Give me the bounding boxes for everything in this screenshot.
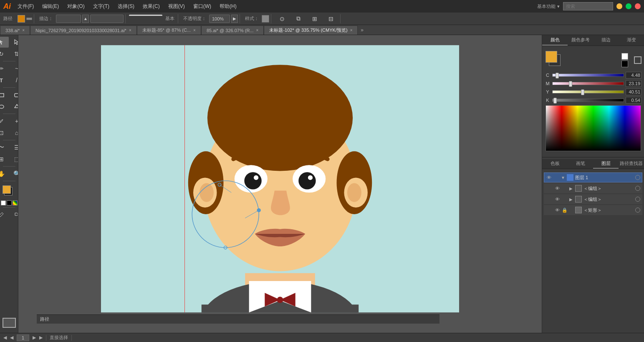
- gradient-tab[interactable]: 渐变: [619, 35, 644, 46]
- layer-4-select[interactable]: [635, 208, 640, 213]
- menu-text[interactable]: 文字(T): [90, 2, 113, 11]
- menu-effect[interactable]: 效果(C): [139, 2, 163, 11]
- pen-tool[interactable]: [0, 116, 9, 127]
- next-artboard[interactable]: ▶: [33, 335, 36, 340]
- tab-3[interactable]: 未标题-85* @ 87% (C... ×: [137, 25, 201, 35]
- pathfinder-tab[interactable]: 路径查找器: [619, 159, 644, 169]
- layer-2-expand-arrow[interactable]: ▶: [569, 186, 573, 191]
- layer-1-expand-arrow[interactable]: ▼: [561, 175, 565, 180]
- channel-m-slider[interactable]: [552, 82, 624, 85]
- pathfinder-icon[interactable]: ⊟: [323, 13, 338, 24]
- channel-c-slider[interactable]: [552, 73, 624, 77]
- opacity-arrow[interactable]: ▶: [231, 15, 238, 23]
- tab-5[interactable]: 未标题-102* @ 335.75% (CMYK/预览) ×: [264, 25, 358, 35]
- layer-4-lock[interactable]: 🔒: [562, 207, 568, 213]
- menu-window[interactable]: 窗口(W): [190, 2, 215, 11]
- tab-1[interactable]: 338.ai* ×: [0, 25, 30, 35]
- select-tool[interactable]: [0, 37, 9, 48]
- warp-tool[interactable]: 〜: [0, 142, 9, 153]
- layer-4-visibility[interactable]: 👁: [554, 207, 560, 213]
- stroke-style[interactable]: [90, 15, 124, 23]
- link-icon[interactable]: ⊙: [275, 13, 290, 24]
- color-guide-tab[interactable]: 颜色参考: [568, 35, 593, 46]
- layer-2-select[interactable]: [635, 186, 640, 191]
- shear-tool[interactable]: ⌂: [9, 127, 18, 138]
- opacity-value[interactable]: 100%: [209, 15, 230, 23]
- black-swatch[interactable]: [7, 200, 12, 205]
- black-color-btn[interactable]: [621, 61, 628, 67]
- color-panel-fg-swatch[interactable]: [546, 51, 557, 63]
- swatches-tab[interactable]: 色板: [542, 159, 568, 169]
- close-button[interactable]: [635, 3, 641, 9]
- page-number-input[interactable]: [17, 334, 29, 341]
- white-swatch[interactable]: [1, 200, 6, 205]
- brushes-tab[interactable]: 画笔: [568, 159, 593, 169]
- tab-2[interactable]: Nipic_7262799_20190920103330028031.ai* ×: [30, 25, 137, 35]
- workspace-arrow[interactable]: ▾: [557, 4, 560, 9]
- channel-m-value[interactable]: [626, 80, 641, 87]
- type-tool[interactable]: T: [0, 75, 9, 86]
- tabs-overflow[interactable]: »: [358, 25, 366, 35]
- canvas-area[interactable]: 路径: [18, 35, 542, 333]
- rounded-rect-tool[interactable]: [9, 89, 18, 100]
- tab-close-3[interactable]: ×: [193, 28, 196, 33]
- channel-c-value[interactable]: [626, 72, 641, 79]
- hand-tool[interactable]: ✋: [0, 168, 9, 179]
- color-tab[interactable]: 颜色: [542, 35, 568, 46]
- layer-3-expand-arrow[interactable]: ▶: [569, 197, 573, 202]
- color-spectrum[interactable]: [546, 105, 641, 151]
- channel-k-slider[interactable]: [552, 99, 624, 102]
- stroke-up[interactable]: ▲: [82, 15, 89, 23]
- channel-y-slider[interactable]: [552, 90, 624, 94]
- tab-close-5[interactable]: ×: [350, 28, 353, 33]
- graph-tool[interactable]: ☰: [9, 142, 18, 153]
- align-icon[interactable]: ⊞: [307, 13, 322, 24]
- pencil-tool[interactable]: ✏: [0, 63, 9, 74]
- minimize-button[interactable]: [616, 3, 622, 9]
- layer-1-row[interactable]: 👁 ▼ 图层 1: [544, 172, 642, 182]
- reflect-tool[interactable]: ⇅: [9, 48, 18, 59]
- polygon-tool[interactable]: [9, 101, 18, 112]
- rect-tool[interactable]: [0, 89, 9, 100]
- gradient-swatch[interactable]: [13, 200, 18, 205]
- layer-3-row[interactable]: 👁 ▶ ＜编组＞: [544, 194, 642, 204]
- direct-select-tool[interactable]: [9, 37, 18, 48]
- stroke-color[interactable]: [26, 18, 32, 20]
- stroke-tab[interactable]: 描边: [593, 35, 619, 46]
- menu-view[interactable]: 视图(V): [165, 2, 188, 11]
- smooth-tool[interactable]: ~: [9, 63, 18, 74]
- white-color-btn[interactable]: [621, 53, 628, 60]
- style-swatch[interactable]: [262, 15, 269, 23]
- channel-y-value[interactable]: [626, 89, 641, 95]
- layer-2-row[interactable]: 👁 ▶ ＜编组＞: [544, 183, 642, 193]
- layer-1-visibility[interactable]: 👁: [546, 175, 552, 180]
- rotate-tool[interactable]: ↻: [0, 48, 9, 59]
- line-style[interactable]: [129, 15, 162, 23]
- symbol-tool[interactable]: ⊞: [0, 154, 9, 165]
- paint-bucket-tool[interactable]: [9, 209, 18, 220]
- menu-select[interactable]: 选择(S): [114, 2, 138, 11]
- layer-2-visibility[interactable]: 👁: [554, 185, 560, 191]
- fill-color[interactable]: [18, 15, 25, 23]
- layer-4-row[interactable]: 👁 🔒 ＜矩形＞: [544, 205, 642, 215]
- transform-icon[interactable]: ⧉: [291, 13, 306, 24]
- prev-page[interactable]: ◀: [3, 335, 7, 340]
- menu-file[interactable]: 文件(F): [14, 2, 37, 11]
- maximize-button[interactable]: [626, 3, 631, 9]
- prev-artboard[interactable]: ◀: [10, 335, 13, 340]
- channel-k-value[interactable]: [626, 97, 641, 104]
- artboard-icon[interactable]: [3, 318, 16, 331]
- layer-1-select[interactable]: [635, 175, 640, 180]
- layers-tab[interactable]: 图层: [593, 159, 619, 169]
- no-color-btn[interactable]: [634, 56, 641, 64]
- menu-object[interactable]: 对象(O): [64, 2, 88, 11]
- layer-3-select[interactable]: [635, 197, 640, 202]
- line-tool[interactable]: /: [9, 75, 18, 86]
- tab-close-2[interactable]: ×: [129, 28, 131, 33]
- ellipse-tool[interactable]: [0, 101, 9, 112]
- fg-color-swatch[interactable]: [3, 185, 11, 194]
- anchor-tool[interactable]: +: [9, 116, 18, 127]
- tab-close-1[interactable]: ×: [22, 28, 25, 33]
- tab-close-4[interactable]: ×: [256, 28, 259, 33]
- next-page[interactable]: ▶: [39, 335, 43, 340]
